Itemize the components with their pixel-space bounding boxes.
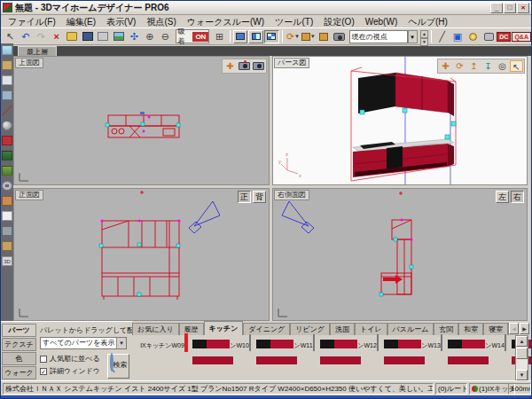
- parts-box-dropdown[interactable]: ▾: [301, 29, 316, 43]
- viewpoint-stepper[interactable]: ▲▼: [420, 30, 429, 43]
- grid-icon[interactable]: ⊞: [212, 29, 227, 43]
- camera-icon[interactable]: [332, 29, 347, 43]
- measure-icon[interactable]: ╱: [434, 29, 450, 43]
- zoom-out-icon[interactable]: ⊖: [158, 29, 173, 43]
- chevron-down-icon[interactable]: ▾: [408, 30, 418, 43]
- menu-file[interactable]: ファイル(F): [3, 16, 61, 27]
- parts-box-icon[interactable]: [317, 29, 332, 43]
- layer-tab-top[interactable]: 最上層: [18, 46, 57, 56]
- perspective-canvas[interactable]: z y x: [273, 57, 528, 185]
- torus-tool-icon[interactable]: [2, 181, 12, 191]
- close-button[interactable]: ×: [517, 3, 529, 13]
- open-file-icon[interactable]: [65, 29, 80, 43]
- scroll-down-icon[interactable]: ▼: [516, 370, 528, 380]
- palette-tab-texture[interactable]: テクスチャ: [2, 338, 36, 351]
- camera-overhead-icon[interactable]: [253, 62, 264, 70]
- catalog-tab-entrance[interactable]: 玄関: [434, 323, 458, 335]
- menu-web[interactable]: Web(W): [360, 16, 403, 27]
- catalog-tab-kitchen[interactable]: キッチン: [204, 321, 244, 335]
- layout-split-button[interactable]: [248, 30, 263, 43]
- kitchen-thumbnail-image[interactable]: [184, 333, 188, 352]
- menu-help[interactable]: ヘルプ(H): [403, 16, 453, 27]
- minimize-button[interactable]: _: [490, 3, 503, 13]
- side-view-canvas[interactable]: [273, 189, 528, 321]
- look-target-icon[interactable]: ◎: [496, 60, 509, 72]
- snap-toggle[interactable]: 吸着 ON: [176, 29, 210, 43]
- menu-settings[interactable]: 設定(O): [318, 16, 359, 27]
- sphere-tool-icon[interactable]: [2, 121, 12, 130]
- kitchen-thumbnail-image[interactable]: [441, 334, 442, 351]
- front-view-canvas[interactable]: [14, 189, 270, 321]
- search-button[interactable]: 検索: [107, 354, 129, 379]
- layout-quad-button[interactable]: [264, 30, 279, 43]
- checkbox-icon[interactable]: [40, 356, 47, 363]
- roof-tool-icon[interactable]: [2, 106, 12, 115]
- plant-tool-icon[interactable]: [2, 166, 12, 176]
- room-grid-tool-icon[interactable]: [2, 45, 12, 55]
- top-view-canvas[interactable]: [14, 57, 270, 185]
- menu-edit[interactable]: 編集(E): [61, 16, 101, 27]
- unpack-tool-icon[interactable]: [2, 241, 12, 251]
- catalog-tab-japanese-room[interactable]: 和室: [458, 323, 483, 335]
- camera-height-icon[interactable]: ↧: [481, 60, 495, 72]
- tab-scroll-right-icon[interactable]: ▶: [520, 323, 529, 334]
- viewpoint-select[interactable]: 現在の視点 ▾: [349, 30, 418, 43]
- parts-filter-dropdown[interactable]: すべてのパーツを表示 ▾: [40, 337, 127, 349]
- catalog-tab-history[interactable]: 履歴: [179, 323, 204, 335]
- render-image-icon[interactable]: [112, 29, 127, 43]
- orbit-icon[interactable]: ⟳: [453, 60, 466, 72]
- light-tool-icon[interactable]: [466, 29, 481, 43]
- checkbox-checked-icon[interactable]: ✓: [40, 368, 47, 375]
- floor-tool-icon[interactable]: [2, 60, 12, 70]
- side-view-viewport[interactable]: 右側面図 左 右: [272, 188, 528, 321]
- dc-button[interactable]: DC: [497, 32, 511, 42]
- redo-icon[interactable]: ↷: [34, 29, 49, 43]
- measure-3d-tool-icon[interactable]: 3D: [2, 256, 12, 266]
- menu-view[interactable]: 表示(V): [101, 16, 141, 27]
- top-view-viewport[interactable]: 上面図 ✚: [13, 56, 270, 185]
- popular-sort-checkbox[interactable]: 人気順に並べる: [40, 354, 100, 364]
- thumbnail-scrollbar[interactable]: ▲ ▼: [515, 335, 528, 381]
- fit-view-icon[interactable]: ✣: [127, 29, 142, 43]
- catalog-tab-dining[interactable]: ダイニング: [243, 323, 290, 335]
- layout-single-button[interactable]: [233, 30, 248, 43]
- palette-tab-color[interactable]: 色: [2, 352, 36, 365]
- kitchen-thumbnail-image[interactable]: [505, 334, 506, 351]
- catalog-tab-washroom[interactable]: 洗面: [330, 323, 355, 335]
- delete-icon[interactable]: ×: [50, 29, 65, 43]
- back-button[interactable]: 背: [253, 191, 266, 203]
- cube-tool-icon[interactable]: [2, 136, 12, 145]
- perspective-viewport[interactable]: パース図 ✚ ⟳ ↥ ↧ ◎ ↖: [272, 56, 528, 185]
- palette-tab-parts[interactable]: パーツ: [2, 324, 36, 337]
- zoom-in-icon[interactable]: ⊕: [143, 29, 158, 43]
- undo-icon[interactable]: ↶: [19, 29, 34, 43]
- front-button[interactable]: 正: [238, 191, 251, 203]
- right-side-button[interactable]: 右: [511, 191, 524, 203]
- window-tool-icon[interactable]: ▣: [450, 29, 466, 43]
- thumbnail-item[interactable]: IXキッチンW09: [132, 335, 196, 381]
- dolly-icon[interactable]: ↥: [467, 60, 481, 72]
- restore-button[interactable]: □: [504, 3, 516, 13]
- menu-walkthrough[interactable]: ウォークスルー(W): [182, 16, 270, 27]
- select-cursor-icon[interactable]: ↖: [510, 60, 523, 72]
- wall-tool-icon[interactable]: [2, 75, 12, 85]
- save-icon[interactable]: [81, 29, 96, 43]
- palette-tab-walk[interactable]: ウォーク: [2, 366, 36, 379]
- scrollbar-thumb[interactable]: [516, 348, 528, 359]
- select-tool-icon[interactable]: ↖: [3, 29, 18, 43]
- left-side-button[interactable]: 左: [496, 191, 509, 203]
- screen-tool-icon[interactable]: [481, 29, 497, 43]
- camera-position-icon[interactable]: [239, 62, 250, 70]
- front-view-viewport[interactable]: 正面図 正 背: [13, 188, 270, 321]
- catalog-tab-living[interactable]: リビング: [290, 323, 330, 335]
- detail-window-checkbox[interactable]: ✓ 詳細ウィンドウ: [40, 366, 100, 376]
- pipe-tool-icon[interactable]: [2, 226, 12, 236]
- scroll-up-icon[interactable]: ▲: [516, 336, 528, 347]
- menu-tools[interactable]: ツール(T): [270, 16, 318, 27]
- qa-button[interactable]: Q&A: [512, 32, 531, 42]
- rotate-object-dropdown[interactable]: ⟳▾: [286, 29, 301, 43]
- print-icon[interactable]: [96, 29, 111, 43]
- window-object-tool-icon[interactable]: [2, 90, 12, 100]
- catalog-tab-favorites[interactable]: お気に入り: [132, 323, 179, 335]
- kitchen-thumbnail-image[interactable]: [249, 334, 251, 351]
